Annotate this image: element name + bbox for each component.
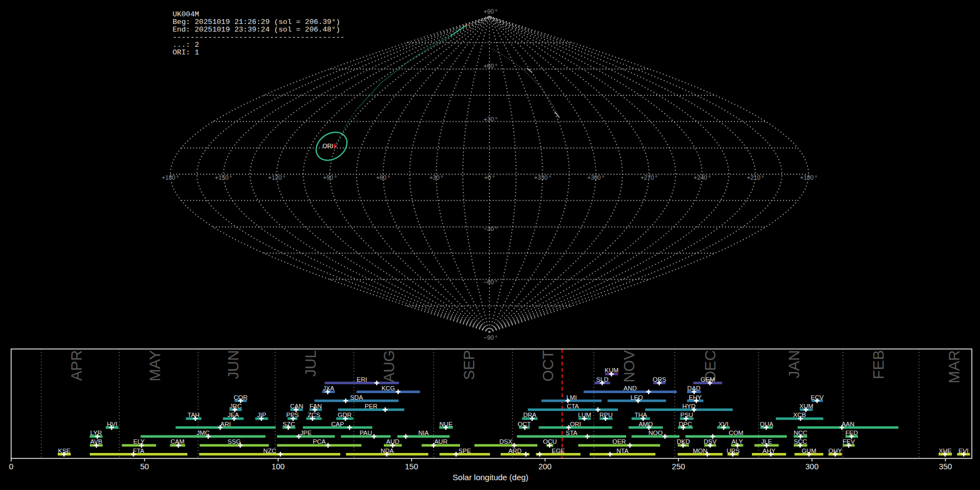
svg-text:350: 350 — [939, 462, 952, 471]
svg-text:SDA: SDA — [350, 394, 363, 401]
svg-text:+270 °: +270 ° — [640, 174, 657, 181]
svg-text:CQR: CQR — [234, 394, 248, 401]
svg-text:AHY: AHY — [763, 448, 776, 454]
svg-text:PPS: PPS — [286, 412, 299, 418]
svg-text:GUM: GUM — [801, 448, 816, 454]
svg-text:AVB: AVB — [90, 438, 102, 445]
svg-text:OCU: OCU — [543, 438, 557, 445]
svg-text:ARD: ARD — [509, 448, 522, 454]
svg-text:AND: AND — [623, 385, 636, 391]
svg-text:XHE: XHE — [939, 448, 952, 454]
svg-text:150: 150 — [405, 462, 418, 471]
svg-text:COM: COM — [729, 430, 744, 436]
svg-text:ORI: ORI — [322, 143, 333, 149]
svg-text:DSV: DSV — [704, 438, 717, 445]
svg-text:XVI: XVI — [719, 421, 729, 427]
svg-text:FAN: FAN — [310, 403, 322, 409]
svg-text:NDA: NDA — [381, 448, 394, 454]
svg-text:+60 °: +60 ° — [483, 63, 497, 69]
svg-text:−90 °: −90 ° — [483, 334, 497, 341]
svg-text:NIA: NIA — [418, 430, 429, 436]
svg-text:−30 °: −30 ° — [483, 225, 497, 232]
svg-text:ALY: ALY — [731, 438, 743, 445]
svg-text:ELY: ELY — [133, 438, 145, 445]
svg-text:NUE: NUE — [439, 421, 453, 427]
svg-text:100: 100 — [272, 462, 285, 471]
svg-text:JLE: JLE — [761, 438, 772, 445]
svg-text:ORS: ORS — [653, 376, 666, 383]
svg-text:SSG: SSG — [228, 438, 241, 445]
svg-text:------------------------------: --------------------------------------- — [173, 33, 345, 41]
svg-text:OHY: OHY — [829, 448, 842, 454]
svg-text:SPE: SPE — [458, 448, 471, 454]
svg-text:SEP: SEP — [461, 350, 477, 380]
svg-text:UK004M: UK004M — [173, 10, 199, 19]
svg-text:+60 °: +60 ° — [376, 174, 390, 181]
svg-text:NTA: NTA — [616, 448, 628, 454]
svg-text:DSX: DSX — [499, 438, 512, 445]
svg-text:AUR: AUR — [434, 438, 448, 445]
svg-text:NOO: NOO — [648, 430, 663, 436]
svg-text:AAN: AAN — [842, 421, 855, 427]
svg-text:STA: STA — [566, 430, 578, 436]
svg-text:JAN: JAN — [786, 350, 803, 378]
svg-text:JUN: JUN — [225, 350, 242, 379]
svg-text:SZC: SZC — [283, 421, 295, 427]
svg-text:QUA: QUA — [760, 421, 774, 427]
svg-text:EHY: EHY — [689, 394, 702, 401]
svg-text:XUM: XUM — [799, 403, 813, 409]
svg-text:ERI: ERI — [357, 376, 367, 383]
svg-text:+120 °: +120 ° — [268, 174, 285, 181]
svg-text:...: 2: ...: 2 — [173, 41, 199, 49]
svg-text:MAR: MAR — [946, 350, 963, 383]
svg-text:LEO: LEO — [630, 394, 643, 401]
svg-text:End: 20251019 23:39:24 (sol =: End: 20251019 23:39:24 (sol = 206.48°) — [173, 26, 340, 34]
svg-text:THA: THA — [634, 412, 647, 418]
svg-text:OCT: OCT — [518, 421, 531, 427]
svg-text:XCB: XCB — [793, 412, 806, 418]
svg-text:NCC: NCC — [794, 430, 807, 436]
svg-text:200: 200 — [538, 462, 552, 471]
svg-text:EGE: EGE — [552, 448, 565, 454]
svg-text:JIP: JIP — [257, 412, 266, 418]
svg-text:SCC: SCC — [794, 438, 807, 445]
svg-text:ZCS: ZCS — [308, 412, 320, 418]
svg-text:EVI: EVI — [959, 448, 969, 454]
svg-text:−60 °: −60 ° — [483, 279, 497, 285]
svg-text:+30 °: +30 ° — [483, 116, 497, 122]
svg-text:ECV: ECV — [811, 394, 824, 401]
svg-text:+90 °: +90 ° — [483, 8, 497, 15]
svg-text:PAU: PAU — [360, 430, 372, 436]
svg-text:CAP: CAP — [331, 421, 344, 427]
svg-text:JRC: JRC — [230, 403, 242, 409]
svg-text:DRA: DRA — [523, 412, 537, 418]
svg-text:+210 °: +210 ° — [747, 174, 764, 181]
svg-text:+240 °: +240 ° — [694, 174, 710, 181]
svg-text:PSU: PSU — [680, 412, 693, 418]
svg-text:CAM: CAM — [170, 438, 185, 445]
svg-text:GDR: GDR — [338, 412, 352, 418]
svg-text:OER: OER — [612, 438, 626, 445]
svg-text:PER: PER — [365, 403, 378, 409]
svg-text:FEV: FEV — [843, 438, 855, 445]
svg-text:+150 °: +150 ° — [215, 174, 232, 181]
svg-text:CTA: CTA — [567, 403, 579, 409]
svg-text:LYR: LYR — [90, 430, 102, 436]
svg-text:AUG: AUG — [381, 350, 397, 383]
svg-text:JPE: JPE — [300, 430, 311, 436]
svg-text:250: 250 — [672, 462, 685, 471]
svg-text:APR: APR — [68, 350, 85, 381]
svg-text:JUL: JUL — [302, 350, 319, 377]
svg-text:FTA: FTA — [133, 448, 144, 454]
svg-text:CAN: CAN — [290, 403, 303, 409]
svg-text:KUM: KUM — [605, 367, 619, 373]
svg-text:0: 0 — [9, 462, 13, 471]
svg-text:SLD: SLD — [596, 376, 608, 383]
svg-text:KCG: KCG — [382, 385, 395, 391]
svg-text:KSE: KSE — [58, 448, 70, 454]
svg-text:+30 °: +30 ° — [430, 174, 443, 181]
svg-text:NZC: NZC — [264, 448, 277, 454]
svg-text:Solar longitude (deg): Solar longitude (deg) — [452, 473, 528, 482]
svg-text:+180 °: +180 ° — [800, 174, 817, 181]
svg-text:+300 °: +300 ° — [587, 174, 604, 181]
